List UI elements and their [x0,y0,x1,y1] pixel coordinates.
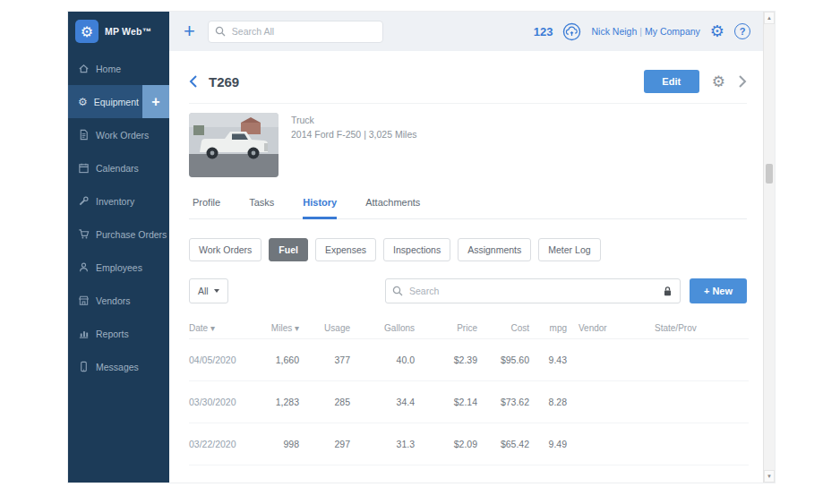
scope-label: All [198,286,209,296]
cell-usage: 377 [299,355,350,365]
sidebar-item-reports[interactable]: Reports [68,317,169,350]
header-mpg[interactable]: mpg [529,323,567,333]
help-icon[interactable]: ? [734,23,750,39]
cell-cost: $97.65 [477,481,529,483]
equipment-icon: ⚙ [78,97,88,107]
sidebar-item-calendars[interactable]: Calendars [68,151,169,184]
cell-date: 03/22/2020 [189,439,252,449]
document-icon [78,129,90,141]
scroll-up-icon[interactable]: ▲ [764,12,775,24]
notification-count[interactable]: 123 [534,25,553,38]
table-header-row: Date ▾ Miles ▾ Usage Gallons Price Cost … [189,318,749,339]
scrollbar-thumb[interactable] [766,164,773,184]
new-record-button[interactable]: + New [690,278,747,303]
sidebar-item-label: Employees [96,262,142,273]
cell-miles: 701 [252,481,299,483]
global-search-input[interactable] [208,21,383,43]
header-date[interactable]: Date ▾ [189,323,252,333]
user-company[interactable]: Nick Neigh|My Company [591,26,699,37]
user-name[interactable]: Nick Neigh [591,26,637,37]
add-equipment-button[interactable]: + [142,85,169,118]
filter-inspections[interactable]: Inspections [383,238,450,261]
detail-tabs: Profile Tasks History Attachments [189,197,747,219]
tab-attachments[interactable]: Attachments [365,197,420,218]
topbar-right: 123 Nick Neigh|My Company ⚙ ? [534,22,750,41]
settings-gear-icon[interactable]: ⚙ [710,23,724,39]
home-icon [78,63,90,74]
header-state-prov[interactable]: State/Prov [643,323,749,333]
caret-down-icon [214,289,219,293]
global-add-button[interactable]: + [184,21,195,41]
tab-profile[interactable]: Profile [193,197,220,218]
filter-assignments[interactable]: Assignments [458,238,531,261]
cart-icon [78,228,90,240]
sidebar-item-inventory[interactable]: Inventory [68,184,169,218]
app-window: ⚙ MP Web™ Home ⚙ Equipment + Work Orders… [67,11,776,483]
sidebar-item-label: Inventory [96,196,134,207]
list-search [385,278,681,303]
table-row[interactable]: 03/30/2020 1,283 285 34.4 $2.14 $73.62 8… [189,381,749,423]
page-title: T269 [209,74,239,90]
sidebar-item-purchase-orders[interactable]: Purchase Orders [68,218,169,251]
asset-photo[interactable] [189,113,279,177]
cell-gallons: 40.0 [350,355,415,365]
main-area: + 123 Nick Neigh|My Company ⚙ ? T269 E [169,12,763,483]
table-row[interactable]: 04/05/2020 1,660 377 40.0 $2.39 $95.60 9… [189,339,749,381]
calendar-icon [78,162,90,174]
filter-work-orders[interactable]: Work Orders [189,238,261,261]
truck-photo-illustration [189,113,279,177]
asset-details: 2014 Ford F-250 | 3,025 Miles [291,129,416,140]
cell-date: 04/05/2020 [189,355,252,365]
cell-date: 03/15/2020 [189,481,252,483]
cell-price: $2.39 [415,355,477,365]
header-usage[interactable]: Usage [299,323,350,333]
list-controls: All + New [189,278,747,303]
page-header: T269 Edit ⚙ [189,70,747,93]
header-miles[interactable]: Miles ▾ [252,323,299,333]
filter-meter-log[interactable]: Meter Log [538,238,600,261]
sidebar-item-label: Reports [96,329,129,339]
header-cost[interactable]: Cost [477,323,529,333]
header-price[interactable]: Price [415,323,477,333]
sidebar-item-messages[interactable]: Messages [68,350,169,383]
vertical-scrollbar[interactable]: ▲ ▼ [763,12,775,483]
global-search [208,21,383,43]
wrench-icon [78,195,90,207]
scroll-down-icon[interactable]: ▼ [764,470,775,483]
sidebar-item-employees[interactable]: Employees [68,251,169,284]
sidebar-item-vendors[interactable]: Vendors [68,284,169,317]
cloud-upload-icon[interactable] [562,22,581,41]
table-row[interactable]: 03/22/2020 998 297 31.3 $2.09 $65.42 9.4… [189,423,749,466]
history-filters: Work Orders Fuel Expenses Inspections As… [189,238,747,261]
cell-gallons: 31.3 [350,439,415,449]
asset-summary: Truck 2014 Ford F-250 | 3,025 Miles [189,113,747,177]
list-search-input[interactable] [385,278,681,303]
record-settings-gear-icon[interactable]: ⚙ [712,74,725,90]
header-vendor[interactable]: Vendor [567,323,643,333]
cell-usage: 242 [299,481,350,483]
next-chevron-icon[interactable] [738,74,747,89]
cell-usage: 285 [299,397,350,407]
header-gallons[interactable]: Gallons [350,323,415,333]
scope-dropdown[interactable]: All [189,278,228,303]
table-row[interactable]: 03/15/2020 701 242 35.0 $2.79 $97.65 6.9… [189,466,749,483]
company-name[interactable]: My Company [645,26,700,37]
tab-history[interactable]: History [303,197,337,219]
sidebar: ⚙ MP Web™ Home ⚙ Equipment + Work Orders… [68,12,169,483]
sidebar-item-equipment[interactable]: ⚙ Equipment + [68,85,169,118]
cell-mpg: 9.49 [529,439,567,449]
sidebar-item-home[interactable]: Home [68,52,169,85]
topbar: + 123 Nick Neigh|My Company ⚙ ? [169,12,763,51]
sidebar-item-work-orders[interactable]: Work Orders [68,118,169,151]
search-icon [214,25,227,38]
brand-name: MP Web™ [105,26,151,37]
edit-button[interactable]: Edit [644,70,699,93]
filter-fuel[interactable]: Fuel [269,238,308,261]
lock-icon[interactable] [662,285,673,301]
filter-expenses[interactable]: Expenses [315,238,376,261]
back-chevron-icon[interactable] [189,74,198,89]
sidebar-item-label: Equipment [94,97,139,107]
tab-tasks[interactable]: Tasks [249,197,274,218]
cell-cost: $73.62 [477,397,529,407]
cell-mpg: 6.91 [529,481,567,483]
